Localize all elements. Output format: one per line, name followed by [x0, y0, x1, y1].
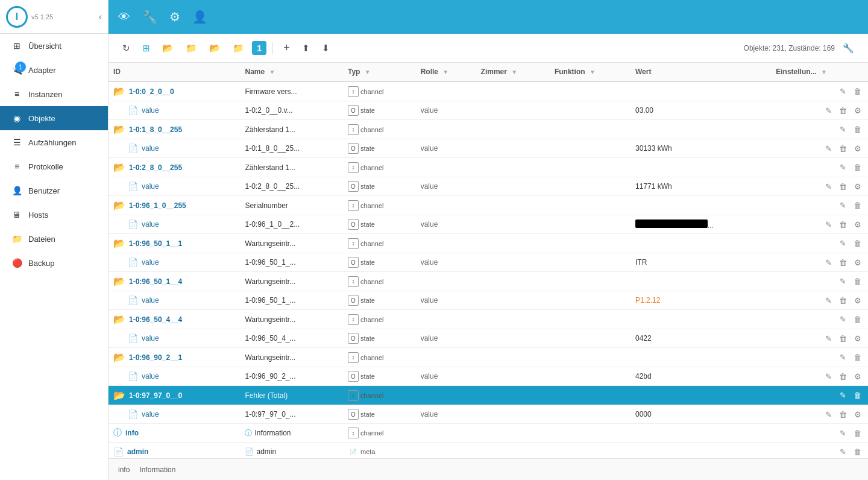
- edit-button[interactable]: ✎: [838, 86, 848, 96]
- close-folder-button[interactable]: 📁: [181, 40, 201, 57]
- edit-button[interactable]: ✎: [823, 219, 834, 230]
- edit-button[interactable]: ✎: [838, 238, 848, 248]
- gear-button[interactable]: ⚙: [852, 257, 863, 268]
- gear-button[interactable]: ⚙: [852, 371, 863, 382]
- expand-button[interactable]: 📂: [205, 40, 225, 57]
- edit-button[interactable]: ✎: [823, 295, 834, 306]
- delete-button[interactable]: 🗑: [852, 390, 863, 400]
- counter-button[interactable]: 1: [252, 41, 266, 55]
- type-icon: O: [348, 333, 359, 344]
- sidebar-item-adapter[interactable]: 1🔌Adapter: [0, 58, 108, 82]
- edit-button[interactable]: ✎: [838, 352, 848, 362]
- id-text: value: [142, 144, 159, 153]
- blue-folder-button[interactable]: 📁: [228, 40, 248, 57]
- id-text: value: [142, 182, 159, 191]
- delete-button[interactable]: 🗑: [852, 447, 863, 457]
- table-row[interactable]: 📄admin📄admin📄 meta✎🗑: [108, 443, 868, 459]
- delete-button[interactable]: 🗑: [852, 352, 863, 362]
- edit-button[interactable]: ✎: [823, 409, 834, 420]
- cell-name: Wartungseintr...: [240, 310, 343, 329]
- delete-button[interactable]: 🗑: [852, 162, 863, 172]
- delete-button[interactable]: 🗑: [837, 219, 849, 230]
- toolbar-settings-button[interactable]: 🔧: [838, 40, 858, 57]
- edit-button[interactable]: ✎: [838, 276, 848, 286]
- delete-button[interactable]: 🗑: [837, 182, 849, 192]
- table-row[interactable]: 📄value1-0:97_97_0_...O statevalue0000✎🗑⚙: [108, 405, 868, 424]
- gear-button[interactable]: ⚙: [852, 219, 863, 230]
- delete-button[interactable]: 🗑: [852, 314, 863, 324]
- sidebar-item-ubersicht[interactable]: ⊞Übersicht: [0, 34, 108, 58]
- edit-button[interactable]: ✎: [823, 257, 834, 268]
- table-row[interactable]: 📄value1-0:2_8_0__25...O statevalue11771 …: [108, 177, 868, 196]
- delete-button[interactable]: 🗑: [852, 276, 863, 286]
- gear-button[interactable]: ⚙: [852, 295, 863, 306]
- edit-button[interactable]: ✎: [823, 106, 834, 116]
- user-icon[interactable]: 👤: [192, 10, 207, 24]
- table-row[interactable]: 📂1-0:97_97_0__0Fehler (Total)↕ channel✎🗑: [108, 386, 868, 405]
- edit-button[interactable]: ✎: [823, 371, 834, 382]
- edit-button[interactable]: ✎: [823, 144, 834, 154]
- delete-button[interactable]: 🗑: [837, 144, 849, 154]
- table-row[interactable]: 📄value1-0:1_8_0__25...O statevalue30133 …: [108, 139, 868, 158]
- gear-button[interactable]: ⚙: [852, 144, 863, 154]
- table-row[interactable]: 📂1-0:2_8_0__255Zählerstand 1...↕ channel…: [108, 158, 868, 177]
- sidebar-item-hosts[interactable]: 🖥Hosts: [0, 203, 108, 227]
- sidebar-item-benutzer[interactable]: 👤Benutzer: [0, 178, 108, 203]
- edit-button[interactable]: ✎: [838, 162, 848, 172]
- cell-wert: [631, 120, 771, 139]
- table-row[interactable]: 📄value1-0:96_90_2_...O statevalue42bd✎🗑⚙: [108, 367, 868, 386]
- edit-button[interactable]: ✎: [823, 333, 834, 344]
- edit-button[interactable]: ✎: [838, 314, 848, 324]
- refresh-button[interactable]: ↻: [118, 40, 134, 57]
- delete-button[interactable]: 🗑: [852, 86, 863, 96]
- download-button[interactable]: ⬇: [318, 40, 334, 57]
- settings-icon[interactable]: ⚙: [169, 10, 180, 24]
- view-columns-button[interactable]: ⊞: [138, 40, 154, 57]
- delete-button[interactable]: 🗑: [852, 200, 863, 210]
- table-row[interactable]: 📄value1-0:2_0__0.v...O statevalue03.00✎🗑…: [108, 101, 868, 120]
- gear-button[interactable]: ⚙: [852, 106, 863, 116]
- edit-button[interactable]: ✎: [823, 182, 834, 192]
- edit-button[interactable]: ✎: [838, 447, 848, 457]
- sidebar-item-backup[interactable]: 🔴Backup: [0, 251, 108, 275]
- table-row[interactable]: 📂1-0:96_50_1__1Wartungseintr...↕ channel…: [108, 234, 868, 253]
- sidebar-collapse-button[interactable]: ‹: [99, 11, 102, 22]
- table-row[interactable]: 📂1-0:96_50_4__4Wartungseintr...↕ channel…: [108, 310, 868, 329]
- gear-button[interactable]: ⚙: [852, 333, 863, 344]
- delete-button[interactable]: 🗑: [837, 106, 849, 116]
- delete-button[interactable]: 🗑: [852, 428, 863, 438]
- sidebar-item-dateien[interactable]: 📁Dateien: [0, 227, 108, 251]
- table-row[interactable]: 📂1-0:0_2_0__0Firmware vers...↕ channel✎🗑: [108, 81, 868, 101]
- gear-button[interactable]: ⚙: [852, 409, 863, 420]
- delete-button[interactable]: 🗑: [837, 257, 849, 268]
- table-row[interactable]: ⓘinfoⓘInformation↕ channel✎🗑: [108, 424, 868, 443]
- table-row[interactable]: 📄value1-0:96_50_4_...O statevalue0422✎🗑⚙: [108, 329, 868, 348]
- add-button[interactable]: +: [279, 39, 294, 57]
- table-row[interactable]: 📂1-0:96_50_1__4Wartungseintr...↕ channel…: [108, 272, 868, 291]
- delete-button[interactable]: 🗑: [837, 371, 849, 382]
- edit-button[interactable]: ✎: [838, 390, 848, 400]
- wrench-icon[interactable]: 🔧: [142, 10, 157, 24]
- edit-button[interactable]: ✎: [838, 200, 848, 210]
- table-row[interactable]: 📄value1-0:96_50_1_...O statevalueITR✎🗑⚙: [108, 253, 868, 272]
- eye-icon[interactable]: 👁: [118, 10, 130, 24]
- open-folder-button[interactable]: 📂: [158, 40, 178, 57]
- delete-button[interactable]: 🗑: [837, 409, 849, 420]
- sidebar-item-objekte[interactable]: ◉Objekte: [0, 106, 108, 130]
- delete-button[interactable]: 🗑: [837, 333, 849, 344]
- delete-button[interactable]: 🗑: [852, 238, 863, 248]
- table-row[interactable]: 📂1-0:96_1_0__255Serialnumber↕ channel✎🗑: [108, 196, 868, 215]
- table-row[interactable]: 📄value1-0:96_50_1_...O statevalueP1.2.12…: [108, 291, 868, 310]
- table-row[interactable]: 📄value1-0:96_1_0__2...O statevalue...✎🗑⚙: [108, 215, 868, 234]
- sidebar-item-instanzen[interactable]: ≡Instanzen: [0, 82, 108, 106]
- upload-button[interactable]: ⬆: [298, 40, 314, 57]
- table-row[interactable]: 📂1-0:96_90_2__1Wartungseintr...↕ channel…: [108, 348, 868, 367]
- sidebar-item-protokolle[interactable]: ≡Protokolle: [0, 154, 108, 178]
- sidebar-item-aufzahlungen[interactable]: ☰Aufzählungen: [0, 130, 108, 154]
- gear-button[interactable]: ⚙: [852, 182, 863, 192]
- table-row[interactable]: 📂1-0:1_8_0__255Zählerstand 1...↕ channel…: [108, 120, 868, 139]
- delete-button[interactable]: 🗑: [852, 124, 863, 134]
- edit-button[interactable]: ✎: [838, 124, 848, 134]
- delete-button[interactable]: 🗑: [837, 295, 849, 306]
- edit-button[interactable]: ✎: [838, 428, 848, 438]
